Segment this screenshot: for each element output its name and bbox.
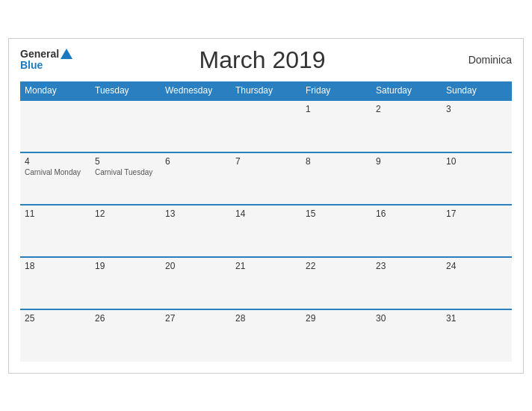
day-number: 13 bbox=[165, 208, 226, 219]
calendar-cell: 24 bbox=[442, 257, 512, 309]
calendar-header: General Blue March 2019 Dominica bbox=[20, 46, 512, 74]
calendar-header-row: Monday Tuesday Wednesday Thursday Friday… bbox=[20, 81, 512, 100]
col-tuesday: Tuesday bbox=[90, 81, 161, 100]
calendar-cell: 10 bbox=[442, 152, 512, 205]
calendar-cell: 30 bbox=[371, 309, 442, 362]
day-number: 2 bbox=[376, 104, 437, 114]
calendar-cell: 16 bbox=[371, 205, 442, 257]
calendar-cell: 23 bbox=[371, 257, 442, 309]
logo-blue: Blue bbox=[20, 60, 43, 71]
col-thursday: Thursday bbox=[231, 81, 301, 100]
calendar-cell: 31 bbox=[442, 309, 512, 362]
day-number: 4 bbox=[25, 156, 86, 167]
calendar-title: March 2019 bbox=[72, 46, 452, 74]
day-number: 16 bbox=[376, 208, 437, 219]
day-number: 30 bbox=[376, 313, 437, 324]
calendar-cell: 6 bbox=[161, 152, 231, 205]
day-number: 29 bbox=[306, 313, 367, 324]
calendar-cell: 9 bbox=[371, 152, 442, 205]
day-number: 25 bbox=[25, 313, 86, 324]
day-number: 26 bbox=[95, 313, 156, 324]
col-friday: Friday bbox=[301, 81, 371, 100]
calendar-cell: 1 bbox=[301, 100, 371, 152]
calendar-cell: 21 bbox=[231, 257, 301, 309]
calendar-cell: 3 bbox=[442, 100, 512, 152]
day-number: 6 bbox=[165, 156, 226, 167]
calendar-cell: 25 bbox=[20, 309, 90, 362]
day-number: 28 bbox=[235, 313, 297, 324]
calendar-cell: 12 bbox=[90, 205, 161, 257]
calendar-cell: 29 bbox=[301, 309, 371, 362]
calendar-body: 1234Carnival Monday5Carnival Tuesday6789… bbox=[20, 100, 512, 362]
col-saturday: Saturday bbox=[371, 81, 442, 100]
calendar-cell: 2 bbox=[371, 100, 442, 152]
calendar-week-row: 4Carnival Monday5Carnival Tuesday678910 bbox=[20, 152, 512, 205]
col-wednesday: Wednesday bbox=[161, 81, 231, 100]
calendar-cell bbox=[231, 100, 301, 152]
day-number: 24 bbox=[446, 261, 507, 271]
calendar-week-row: 25262728293031 bbox=[20, 309, 512, 362]
calendar-week-row: 18192021222324 bbox=[20, 257, 512, 309]
day-number: 18 bbox=[25, 261, 86, 271]
calendar-table: Monday Tuesday Wednesday Thursday Friday… bbox=[20, 81, 512, 362]
calendar-cell: 4Carnival Monday bbox=[20, 152, 90, 205]
calendar-cell: 8 bbox=[301, 152, 371, 205]
day-number: 9 bbox=[376, 156, 437, 167]
day-number: 22 bbox=[306, 261, 367, 271]
calendar-cell bbox=[20, 100, 90, 152]
calendar-container: General Blue March 2019 Dominica Monday … bbox=[8, 38, 524, 374]
day-number: 19 bbox=[95, 261, 156, 271]
calendar-cell: 13 bbox=[161, 205, 231, 257]
calendar-cell bbox=[161, 100, 231, 152]
calendar-cell: 7 bbox=[231, 152, 301, 205]
calendar-cell: 17 bbox=[442, 205, 512, 257]
day-number: 14 bbox=[235, 208, 297, 219]
col-sunday: Sunday bbox=[442, 81, 512, 100]
day-number: 23 bbox=[376, 261, 437, 271]
logo-general: General bbox=[20, 49, 59, 60]
calendar-week-row: 11121314151617 bbox=[20, 205, 512, 257]
day-number: 31 bbox=[446, 313, 507, 324]
logo-triangle-icon bbox=[61, 49, 72, 59]
calendar-cell: 11 bbox=[20, 205, 90, 257]
calendar-cell: 5Carnival Tuesday bbox=[90, 152, 161, 205]
day-number: 20 bbox=[165, 261, 226, 271]
event-label: Carnival Tuesday bbox=[95, 168, 156, 176]
day-number: 11 bbox=[25, 208, 86, 219]
calendar-cell: 27 bbox=[161, 309, 231, 362]
calendar-cell: 20 bbox=[161, 257, 231, 309]
day-number: 5 bbox=[95, 156, 156, 167]
day-number: 15 bbox=[306, 208, 367, 219]
event-label: Carnival Monday bbox=[25, 168, 86, 176]
calendar-cell: 26 bbox=[90, 309, 161, 362]
day-number: 7 bbox=[235, 156, 297, 167]
calendar-cell: 19 bbox=[90, 257, 161, 309]
day-number: 27 bbox=[165, 313, 226, 324]
calendar-cell: 22 bbox=[301, 257, 371, 309]
day-number: 12 bbox=[95, 208, 156, 219]
day-number: 10 bbox=[446, 156, 507, 167]
day-number: 1 bbox=[306, 104, 367, 114]
day-number: 21 bbox=[235, 261, 297, 271]
calendar-cell bbox=[90, 100, 161, 152]
logo: General Blue bbox=[20, 49, 72, 72]
day-number: 3 bbox=[446, 104, 507, 114]
calendar-cell: 28 bbox=[231, 309, 301, 362]
calendar-cell: 14 bbox=[231, 205, 301, 257]
col-monday: Monday bbox=[20, 81, 90, 100]
calendar-cell: 15 bbox=[301, 205, 371, 257]
day-number: 8 bbox=[306, 156, 367, 167]
calendar-cell: 18 bbox=[20, 257, 90, 309]
country-label: Dominica bbox=[452, 54, 512, 66]
calendar-week-row: 123 bbox=[20, 100, 512, 152]
day-number: 17 bbox=[446, 208, 507, 219]
